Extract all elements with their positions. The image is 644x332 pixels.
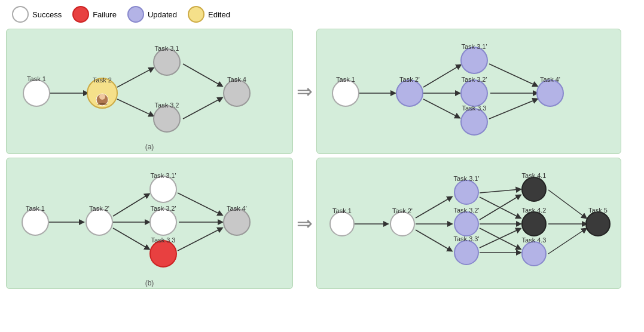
svg-line-3 — [183, 64, 222, 86]
svg-line-62 — [416, 230, 451, 251]
diagram-b-right: Task 1 Task 2' Task 3.1' Task 3.2' Task … — [316, 158, 621, 289]
svg-point-50 — [150, 176, 176, 202]
legend-success-label: Success — [32, 10, 62, 19]
svg-point-75 — [390, 212, 414, 236]
svg-text:Task 3.3: Task 3.3 — [462, 104, 487, 112]
svg-line-4 — [183, 98, 222, 119]
svg-point-34 — [461, 109, 487, 135]
legend: Success Failure Updated Edited — [0, 0, 644, 29]
legend-edited: Edited — [188, 6, 230, 23]
legend-edited-label: Edited — [208, 10, 230, 19]
svg-text:Task 1: Task 1 — [332, 207, 352, 214]
svg-text:Task 3.2': Task 3.2' — [453, 207, 479, 214]
svg-text:Task 3.2: Task 3.2 — [155, 102, 179, 109]
svg-text:Task 3.3': Task 3.3' — [453, 235, 479, 242]
svg-line-63 — [480, 189, 520, 193]
svg-line-23 — [489, 64, 537, 86]
svg-text:Task 3.2': Task 3.2' — [150, 205, 176, 212]
arrow-between-a: ⇒ — [297, 80, 313, 103]
svg-point-32 — [461, 80, 487, 106]
svg-point-52 — [150, 209, 176, 235]
diagram-a-left: Task 1 Task 2 Task 3.1 Task 3.2 Task 4 (… — [6, 29, 293, 154]
svg-b-right: Task 1 Task 2' Task 3.1' Task 3.2' Task … — [317, 158, 622, 284]
svg-point-54 — [150, 241, 176, 267]
svg-text:Task 4.3: Task 4.3 — [522, 236, 547, 244]
svg-text:Task 1: Task 1 — [27, 75, 46, 82]
svg-point-83 — [522, 177, 546, 201]
svg-text:Task 4': Task 4' — [227, 205, 247, 212]
legend-failure-label: Failure — [93, 10, 117, 19]
svg-text:Task 4': Task 4' — [540, 76, 560, 83]
svg-point-12 — [154, 49, 180, 75]
svg-point-85 — [522, 212, 546, 236]
svg-text:Task 3.2': Task 3.2' — [461, 76, 487, 83]
svg-text:Task 3.1': Task 3.1' — [150, 172, 176, 179]
legend-success: Success — [12, 6, 62, 23]
svg-point-79 — [454, 212, 478, 236]
diagrams-container: Task 1 Task 2 Task 3.1 Task 3.2 Task 4 (… — [0, 29, 644, 295]
svg-point-81 — [454, 241, 478, 265]
svg-text:Task 4.1: Task 4.1 — [522, 172, 547, 179]
svg-line-40 — [113, 194, 149, 216]
svg-point-56 — [224, 209, 250, 235]
svg-text:Task 4: Task 4 — [227, 76, 246, 83]
svg-line-65 — [480, 195, 520, 220]
svg-point-87 — [522, 242, 546, 266]
svg-text:Task 4.2: Task 4.2 — [522, 207, 547, 214]
diagram-a-label: (a) — [145, 143, 154, 151]
svg-line-72 — [548, 229, 586, 254]
svg-line-1 — [117, 68, 153, 87]
diagram-row-b: Task 1 Task 2' Task 3.1' Task 3.2' Task … — [6, 158, 638, 289]
svg-text:Task 2': Task 2' — [89, 205, 109, 212]
svg-text:Task 3.3: Task 3.3 — [151, 236, 176, 244]
svg-point-26 — [332, 80, 359, 106]
legend-failure-icon — [72, 6, 89, 23]
svg-line-2 — [117, 99, 153, 116]
svg-a-left: Task 1 Task 2 Task 3.1 Task 3.2 Task 4 — [7, 29, 294, 146]
legend-updated-icon — [127, 6, 144, 23]
svg-text:Task 1: Task 1 — [336, 76, 355, 83]
svg-line-43 — [178, 193, 222, 215]
svg-text:Task 3.1': Task 3.1' — [461, 43, 487, 50]
legend-updated: Updated — [127, 6, 177, 23]
arrow-between-b: ⇒ — [297, 212, 313, 235]
svg-line-25 — [489, 99, 537, 119]
svg-line-22 — [423, 99, 459, 118]
svg-line-20 — [423, 65, 460, 87]
svg-text:Task 2': Task 2' — [392, 207, 413, 214]
svg-point-14 — [154, 106, 180, 132]
svg-text:Task 3.1: Task 3.1 — [155, 45, 179, 52]
svg-text:Task 2': Task 2' — [399, 76, 420, 83]
svg-point-46 — [22, 209, 48, 235]
legend-updated-label: Updated — [148, 10, 177, 19]
svg-point-16 — [224, 80, 250, 106]
svg-line-70 — [548, 190, 586, 218]
svg-line-42 — [113, 228, 149, 249]
diagram-b-label: (b) — [145, 279, 154, 287]
svg-a-right: Task 1 Task 2' Task 3.1' Task 3.2' Task … — [317, 29, 622, 146]
svg-line-45 — [178, 228, 222, 251]
svg-text:Task 3.1': Task 3.1' — [453, 175, 479, 182]
diagram-b-left: Task 1 Task 2' Task 3.1' Task 3.2' Task … — [6, 158, 293, 289]
legend-failure: Failure — [72, 6, 117, 23]
svg-text:Task 1: Task 1 — [26, 205, 45, 212]
svg-point-6 — [23, 80, 50, 106]
svg-text:Task 5: Task 5 — [588, 207, 608, 214]
legend-success-icon — [12, 6, 29, 23]
svg-point-11 — [99, 94, 105, 100]
svg-text:Task 2: Task 2 — [93, 76, 112, 84]
svg-line-60 — [416, 197, 451, 218]
diagram-row-a: Task 1 Task 2 Task 3.1 Task 3.2 Task 4 (… — [6, 29, 638, 154]
svg-point-36 — [537, 80, 563, 106]
diagram-a-right: Task 1 Task 2' Task 3.1' Task 3.2' Task … — [316, 29, 621, 154]
svg-point-30 — [461, 47, 487, 73]
legend-edited-icon — [188, 6, 205, 23]
svg-point-48 — [86, 209, 112, 235]
svg-b-left: Task 1 Task 2' Task 3.1' Task 3.2' Task … — [7, 158, 294, 281]
svg-point-73 — [330, 212, 354, 236]
svg-point-77 — [454, 180, 478, 204]
svg-point-89 — [586, 212, 610, 236]
svg-point-28 — [396, 80, 423, 106]
